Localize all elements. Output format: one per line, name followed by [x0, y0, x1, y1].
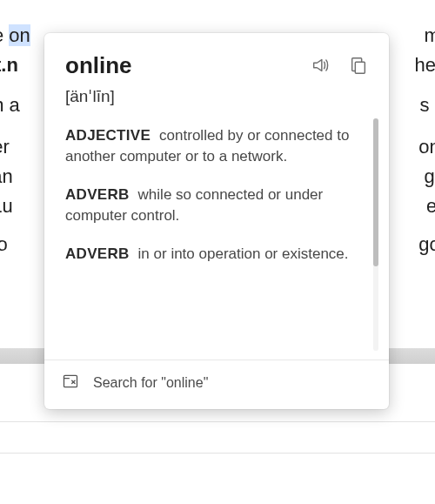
part-of-speech: ADJECTIVE: [65, 127, 151, 144]
definition-item: ADVERBin or into operation or existence.: [65, 244, 354, 265]
definition-item: ADVERBwhile so connected or under comput…: [65, 185, 354, 226]
search-for-label: Search for "online": [93, 375, 208, 391]
speaker-icon[interactable]: [309, 54, 331, 77]
bg-text: s at: [420, 91, 435, 120]
dictionary-header: online [änˈlīn]: [44, 33, 389, 113]
part-of-speech: ADVERB: [65, 245, 130, 262]
bg-text: over: [0, 132, 10, 162]
bg-text: d an: [0, 162, 13, 192]
bg-text-fragment: e: [0, 24, 9, 46]
horizontal-rule: [0, 421, 435, 422]
svg-rect-0: [355, 62, 365, 73]
definition-text: in or into operation or existence.: [138, 245, 349, 262]
bg-text: get: [424, 162, 435, 192]
bg-text: he i: [415, 50, 435, 80]
bg-text: mo: [424, 21, 435, 50]
bg-text: ew: [426, 192, 435, 221]
bg-text: one: [418, 132, 435, 162]
search-for-word[interactable]: Search for "online": [44, 360, 389, 409]
bg-text: o Lu: [0, 192, 13, 221]
dictionary-popup: online [änˈlīn] ADJECTIVEcontrolled by o…: [44, 33, 389, 409]
bg-text: fo o: [0, 230, 8, 259]
dictionary-definitions: ADJECTIVEcontrolled by or connected to a…: [44, 113, 389, 360]
part-of-speech: ADVERB: [65, 186, 130, 203]
bg-text: e on: [0, 21, 30, 50]
copy-icon[interactable]: [347, 54, 370, 77]
search-web-icon: [62, 373, 79, 393]
scrollbar-thumb[interactable]: [373, 118, 378, 266]
selected-text[interactable]: on: [9, 24, 30, 46]
dictionary-actions: [309, 54, 370, 77]
scrollbar-track[interactable]: [373, 118, 378, 351]
bg-text: ort.n: [0, 50, 18, 80]
svg-rect-1: [64, 375, 77, 386]
bg-text: an a: [0, 91, 20, 120]
bg-text: go t: [418, 230, 435, 259]
definition-item: ADJECTIVEcontrolled by or connected to a…: [65, 125, 354, 167]
horizontal-rule: [0, 453, 435, 454]
dictionary-pronunciation: [änˈlīn]: [65, 86, 368, 106]
